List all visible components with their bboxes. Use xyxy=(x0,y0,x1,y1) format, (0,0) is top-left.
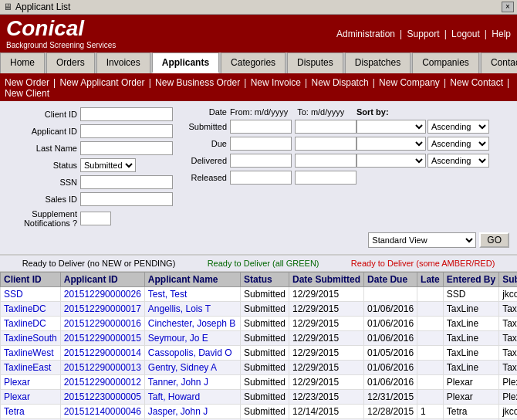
due-date-label: Due xyxy=(173,139,227,148)
logo-sub: Background Screening Services xyxy=(6,41,116,49)
ready-row: Ready to Deliver (no NEW or PENDING) Rea… xyxy=(0,255,517,272)
delivered-to-input[interactable] xyxy=(295,154,356,168)
sort-row-1: Client IDLast NameDate Submitted Ascendi… xyxy=(356,120,509,134)
mid-col: Date From: m/d/yyyy To: m/d/yyyy Submitt… xyxy=(173,107,356,188)
sales-id-label: Sales ID xyxy=(8,195,77,204)
sort-select-1[interactable]: Client IDLast NameDate Submitted xyxy=(356,120,426,134)
status-row: Status Submitted Pending Delivered Relea… xyxy=(8,158,173,172)
to-label: To: m/d/yyyy xyxy=(297,107,344,117)
sort-dir-1[interactable]: AscendingDescending xyxy=(427,120,489,134)
col-date-submitted: Date Submitted xyxy=(289,273,364,287)
col-date-due: Date Due xyxy=(364,273,417,287)
submitted-from-input[interactable] xyxy=(230,120,292,134)
admin-link[interactable]: Administration xyxy=(336,29,395,39)
new-company-link[interactable]: New Company xyxy=(379,77,440,88)
delivered-date-row: Delivered xyxy=(173,154,356,168)
col-applicant-id: Applicant ID xyxy=(60,273,144,287)
ready-all-green: Ready to Deliver (all GREEN) xyxy=(208,259,319,268)
tab-dispatches[interactable]: Dispatches xyxy=(345,52,411,73)
client-id-label: Client ID xyxy=(8,110,77,119)
col-submitted-by: Submitted By xyxy=(499,273,517,287)
sort-row-2: Client IDLast NameDate Submitted Ascendi… xyxy=(356,137,509,151)
new-dispatch-link[interactable]: New Dispatch xyxy=(312,77,369,88)
ssn-label: SSN xyxy=(8,178,77,187)
col-status: Status xyxy=(241,273,289,287)
logout-link[interactable]: Logout xyxy=(451,29,480,39)
title-bar: 🖥 Applicant List × xyxy=(0,0,517,15)
sort-dir-2[interactable]: AscendingDescending xyxy=(427,137,489,151)
due-date-row: Due xyxy=(173,137,356,151)
sort-by-label: Sort by: xyxy=(356,107,389,117)
sales-id-input[interactable] xyxy=(80,192,173,206)
sort-select-3[interactable]: Client IDLast NameDate Submitted xyxy=(356,154,426,168)
tab-applicants[interactable]: Applicants xyxy=(152,52,219,73)
nav-tabs: Home Orders Invoices Applicants Categori… xyxy=(0,52,517,75)
tab-categories[interactable]: Categories xyxy=(221,52,286,73)
table-row: Plexar201512230000005Taft, HowardSubmitt… xyxy=(1,390,518,405)
tab-contacts[interactable]: Contacts xyxy=(481,52,517,73)
header-links: Administration | Support | Logout | Help xyxy=(336,29,511,39)
supplement-row: Supplement Notifications ? xyxy=(8,209,173,228)
applicant-id-input[interactable] xyxy=(80,124,173,138)
app-icon: 🖥 xyxy=(3,2,12,12)
sort-row-3: Client IDLast NameDate Submitted Ascendi… xyxy=(356,154,509,168)
released-to-input[interactable] xyxy=(295,171,356,185)
released-from-input[interactable] xyxy=(230,171,292,185)
left-col: Client ID Applicant ID Last Name Status … xyxy=(8,107,173,229)
col-late: Late xyxy=(417,273,444,287)
go-button[interactable]: GO xyxy=(479,232,509,248)
support-link[interactable]: Support xyxy=(407,29,440,39)
client-id-input[interactable] xyxy=(80,107,173,121)
table-row: TaxlineWest201512290000014Cassopolis, Da… xyxy=(1,346,518,361)
tab-home[interactable]: Home xyxy=(0,52,45,73)
title-bar-text: Applicant List xyxy=(15,2,502,12)
delivered-from-input[interactable] xyxy=(230,154,292,168)
status-label: Status xyxy=(8,161,77,170)
header: Conical Background Screening Services Ad… xyxy=(0,15,517,52)
new-contact-link[interactable]: New Contact xyxy=(450,77,503,88)
col-entered-by: Entered By xyxy=(443,273,498,287)
table-row: TaxlineSouth201512290000015Seymour, Jo E… xyxy=(1,331,518,346)
right-col: Sort by: Client IDLast NameDate Submitte… xyxy=(356,107,509,171)
supplement-input[interactable] xyxy=(80,212,111,225)
ready-no-new: Ready to Deliver (no NEW or PENDING) xyxy=(22,259,176,268)
tab-invoices[interactable]: Invoices xyxy=(96,52,150,73)
tab-orders[interactable]: Orders xyxy=(46,52,95,73)
sales-id-row: Sales ID xyxy=(8,192,173,206)
view-select[interactable]: Standard View Extended View Compact View xyxy=(368,232,476,248)
due-to-input[interactable] xyxy=(295,137,356,151)
date-label: Date xyxy=(173,107,227,117)
client-id-row: Client ID xyxy=(8,107,173,121)
last-name-row: Last Name xyxy=(8,141,173,155)
close-button[interactable]: × xyxy=(502,2,514,12)
table-row: SSD201512290000026Test, TestSubmitted12/… xyxy=(1,287,518,302)
status-select[interactable]: Submitted Pending Delivered Released All xyxy=(80,158,136,172)
ready-some-amber: Ready to Deliver (some AMBER/RED) xyxy=(351,259,495,268)
search-form: Client ID Applicant ID Last Name Status … xyxy=(0,101,517,255)
last-name-input[interactable] xyxy=(80,141,173,155)
new-order-link[interactable]: New Order xyxy=(5,77,49,88)
new-client-link[interactable]: New Client xyxy=(5,88,49,99)
table-container: Client ID Applicant ID Applicant Name St… xyxy=(0,272,517,420)
released-date-row: Released xyxy=(173,171,356,185)
submitted-to-input[interactable] xyxy=(295,120,356,134)
released-date-label: Released xyxy=(173,173,227,182)
col-applicant-name: Applicant Name xyxy=(144,273,240,287)
sort-dir-3[interactable]: AscendingDescending xyxy=(427,154,489,168)
table-row: Tetra201512140000046Jasper, John JSubmit… xyxy=(1,405,518,419)
new-invoice-link[interactable]: New Invoice xyxy=(251,77,301,88)
last-name-label: Last Name xyxy=(8,144,77,153)
ssn-input[interactable] xyxy=(80,175,173,189)
new-applicant-order-link[interactable]: New Applicant Order xyxy=(60,77,145,88)
tab-companies[interactable]: Companies xyxy=(412,52,479,73)
table-header-row: Client ID Applicant ID Applicant Name St… xyxy=(1,273,518,287)
due-from-input[interactable] xyxy=(230,137,292,151)
tab-disputes[interactable]: Disputes xyxy=(287,52,343,73)
table-row: Plexar201512290000012Tanner, John JSubmi… xyxy=(1,375,518,390)
sort-select-2[interactable]: Client IDLast NameDate Submitted xyxy=(356,137,426,151)
help-link[interactable]: Help xyxy=(492,29,511,39)
applicant-table: Client ID Applicant ID Applicant Name St… xyxy=(0,272,517,420)
new-business-order-link[interactable]: New Business Order xyxy=(155,77,240,88)
date-header-row: Date From: m/d/yyyy To: m/d/yyyy xyxy=(173,107,356,117)
table-row: TaxlineDC201512290000016Cinchester, Jose… xyxy=(1,317,518,331)
